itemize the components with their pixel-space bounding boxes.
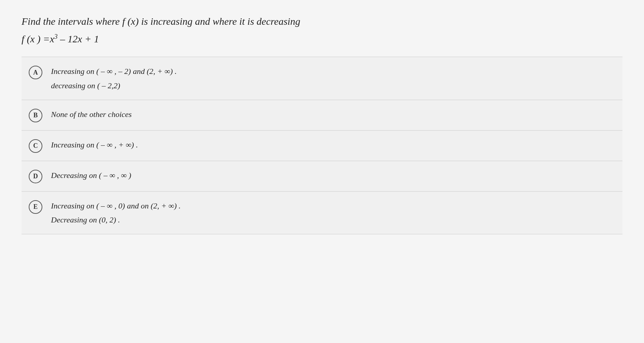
choice-row-a[interactable]: A Increasing on ( – ∞ , – 2) and (2, + ∞… — [22, 57, 622, 100]
choice-row-d[interactable]: D Decreasing on ( – ∞ , ∞ ) — [22, 161, 622, 192]
choice-content-e: Increasing on ( – ∞ , 0) and on (2, + ∞)… — [51, 199, 615, 226]
choice-content-d: Decreasing on ( – ∞ , ∞ ) — [51, 169, 615, 182]
choice-a-line1: Increasing on ( – ∞ , – 2) and (2, + ∞) … — [51, 65, 615, 77]
choice-e-line2: Decreasing on (0, 2) . — [51, 213, 615, 226]
choice-row-c[interactable]: C Increasing on ( – ∞ , + ∞) . — [22, 131, 622, 161]
question-header: Find the intervals where f (x) is increa… — [22, 14, 622, 46]
choice-badge-b: B — [29, 109, 42, 122]
choice-d-line1: Decreasing on ( – ∞ , ∞ ) — [51, 169, 615, 182]
choice-content-a: Increasing on ( – ∞ , – 2) and (2, + ∞) … — [51, 65, 615, 91]
choice-row-b[interactable]: B None of the other choices — [22, 100, 622, 131]
choices-container: A Increasing on ( – ∞ , – 2) and (2, + ∞… — [22, 57, 622, 234]
question-title: Find the intervals where f (x) is increa… — [22, 14, 622, 28]
choice-a-line2: decreasing on ( – 2,2) — [51, 79, 615, 92]
choice-badge-e: E — [29, 200, 42, 214]
question-function: f (x ) =x3 – 12x + 1 — [22, 32, 622, 46]
choice-b-line1: None of the other choices — [51, 108, 615, 121]
choice-c-line1: Increasing on ( – ∞ , + ∞) . — [51, 138, 615, 151]
choice-e-line1: Increasing on ( – ∞ , 0) and on (2, + ∞)… — [51, 199, 615, 212]
choice-badge-c: C — [29, 139, 42, 153]
choice-badge-a: A — [29, 66, 42, 79]
choice-content-b: None of the other choices — [51, 108, 615, 121]
question-container: Find the intervals where f (x) is increa… — [22, 14, 622, 234]
choice-row-e[interactable]: E Increasing on ( – ∞ , 0) and on (2, + … — [22, 192, 622, 234]
choice-badge-d: D — [29, 170, 42, 183]
choice-content-c: Increasing on ( – ∞ , + ∞) . — [51, 138, 615, 151]
